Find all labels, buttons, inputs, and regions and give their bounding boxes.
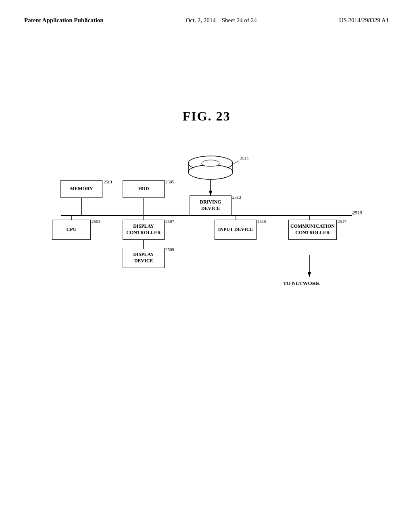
ref-2519-text: 2519 [353, 210, 362, 216]
ref-hdd: 2505 [165, 179, 174, 184]
memory-box: MEMORY [60, 180, 102, 198]
sheet-label: Sheet 24 of 24 [222, 17, 257, 23]
diagram-area: 2511 [41, 148, 372, 309]
ref-cpu-text: 2503 [92, 219, 100, 224]
memory-label: MEMORY [70, 186, 93, 192]
patent-page: Patent Application Publication Oct. 2, 2… [0, 0, 413, 532]
ref-comm-text: 2517 [338, 219, 346, 224]
svg-line-5 [233, 161, 239, 164]
figure-title: FIG. 23 [24, 109, 389, 124]
input-device-label: INPUT DEVICE [218, 227, 253, 233]
display-device-label: DISPLAY DEVICE [133, 251, 154, 264]
svg-point-4 [202, 160, 219, 166]
driving-device-box: DRIVING DEVICE [190, 195, 232, 216]
display-device-box: DISPLAY DEVICE [123, 248, 165, 268]
input-device-box: INPUT DEVICE [215, 220, 257, 240]
cpu-box: CPU [52, 220, 91, 240]
driving-device-label: DRIVING DEVICE [200, 199, 221, 212]
ref-2511: 2511 [240, 156, 249, 161]
ref-display-dev-text: 2509 [165, 247, 174, 252]
ref-comm: 2517 [338, 219, 346, 224]
display-controller-box: DISPLAY CONTROLLER [123, 220, 165, 240]
page-header: Patent Application Publication Oct. 2, 2… [24, 16, 389, 28]
ref-memory-text: 2501 [104, 179, 113, 184]
ref-driving-text: 2513 [232, 195, 241, 200]
patent-number: US 2014/298329 A1 [339, 17, 389, 23]
ref-input: 2515 [257, 219, 266, 224]
header-center: Oct. 2, 2014 Sheet 24 of 24 [186, 16, 257, 25]
cpu-label: CPU [67, 227, 77, 233]
fig-title-text: FIG. 23 [183, 109, 231, 123]
to-network-label: TO NETWORK [283, 280, 320, 286]
comm-controller-box: COMMUNICATION CONTROLLER [288, 220, 337, 240]
ref-cpu: 2503 [92, 219, 100, 224]
display-controller-label: DISPLAY CONTROLLER [126, 223, 161, 236]
ref-driving: 2513 [232, 195, 241, 200]
comm-controller-label: COMMUNICATION CONTROLLER [290, 223, 335, 236]
date-label: Oct. 2, 2014 [186, 17, 216, 23]
ref-display-ctrl: 2507 [165, 219, 174, 224]
ref-display-ctrl-text: 2507 [165, 219, 174, 224]
svg-point-3 [188, 165, 233, 179]
dc-to-dd-line [143, 240, 144, 249]
ref-input-text: 2515 [257, 219, 266, 224]
ref-display-dev: 2509 [165, 247, 174, 252]
hdd-label: HDD [138, 186, 149, 192]
header-right: US 2014/298329 A1 [339, 16, 389, 25]
ref-hdd-text: 2505 [165, 179, 174, 184]
header-left: Patent Application Publication [24, 16, 104, 25]
hdd-box: HDD [123, 180, 165, 198]
publication-label: Patent Application Publication [24, 17, 104, 23]
ref-memory: 2501 [104, 179, 113, 184]
